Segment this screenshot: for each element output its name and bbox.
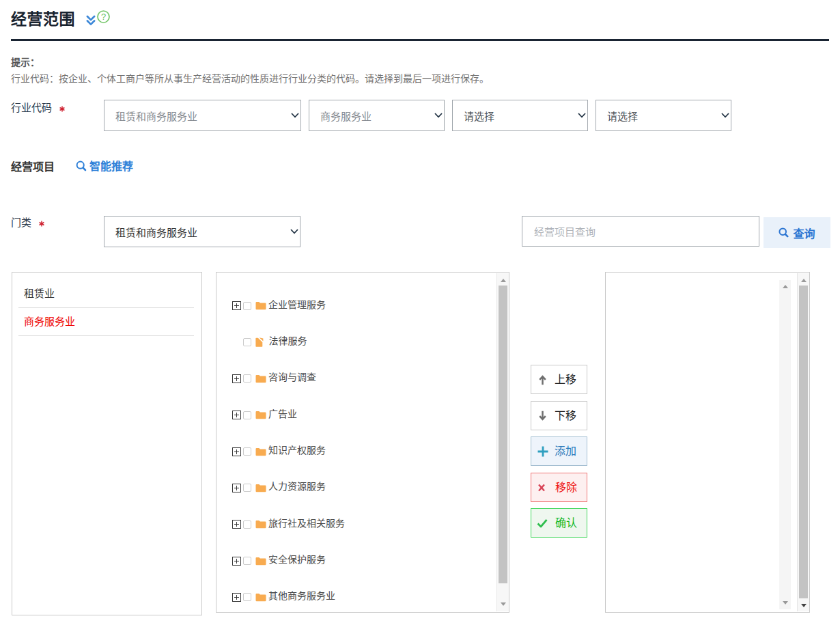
svg-text:?: ? (101, 12, 106, 22)
